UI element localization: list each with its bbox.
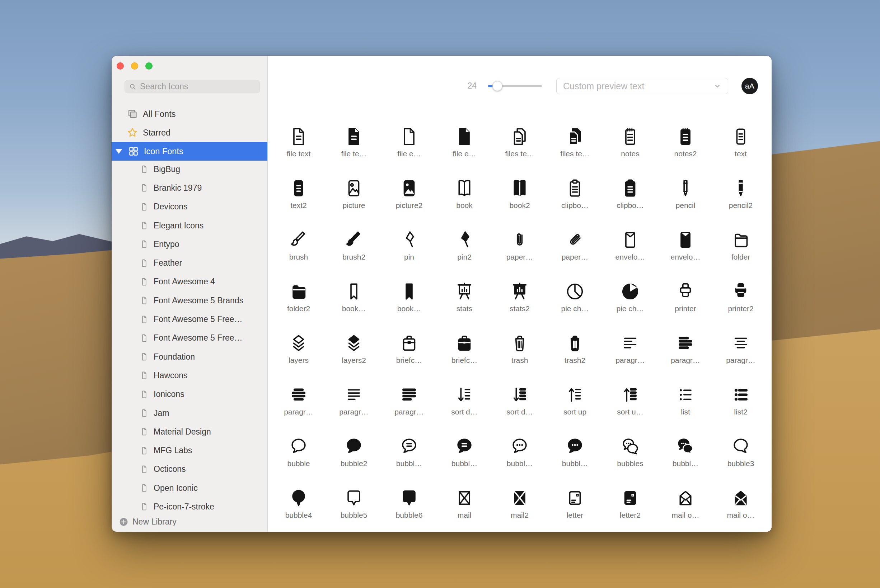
- icon-cell[interactable]: paragr…: [271, 370, 326, 422]
- icon-cell[interactable]: layers2: [326, 318, 382, 370]
- sidebar-library-item[interactable]: Jam: [111, 404, 267, 422]
- icon-cell[interactable]: mail: [437, 473, 492, 525]
- sidebar-library-item[interactable]: Font Awesome 5 Free…: [111, 329, 267, 347]
- icon-cell[interactable]: stats2: [492, 267, 547, 318]
- icon-cell[interactable]: file e…: [437, 112, 492, 164]
- sidebar-library-item[interactable]: Font Awesome 5 Brands: [111, 291, 267, 310]
- icon-cell[interactable]: paragr…: [382, 370, 437, 422]
- icon-cell[interactable]: envelo…: [603, 215, 658, 267]
- search-input[interactable]: Search Icons: [125, 80, 260, 93]
- icon-cell[interactable]: brush2: [326, 215, 382, 267]
- icon-cell[interactable]: clipbo…: [603, 164, 658, 215]
- icon-cell[interactable]: bubble4: [271, 473, 326, 525]
- icon-cell[interactable]: paper…: [547, 215, 603, 267]
- icon-cell[interactable]: pencil: [658, 164, 713, 215]
- icon-cell[interactable]: paragr…: [603, 318, 658, 370]
- close-button[interactable]: [117, 62, 124, 69]
- icon-cell[interactable]: bubbl…: [492, 422, 547, 473]
- icon-cell[interactable]: sort d…: [437, 370, 492, 422]
- icon-cell[interactable]: mail o…: [713, 473, 769, 525]
- sidebar-library-item[interactable]: Font Awesome 4: [111, 273, 267, 291]
- account-avatar[interactable]: aA: [742, 78, 758, 94]
- icon-cell[interactable]: sort u…: [603, 370, 658, 422]
- icon-cell[interactable]: paragr…: [326, 370, 382, 422]
- sidebar-library-item[interactable]: Elegant Icons: [111, 216, 267, 235]
- icon-cell[interactable]: pie ch…: [547, 267, 603, 318]
- size-slider-thumb[interactable]: [492, 81, 502, 91]
- icon-cell[interactable]: pencil2: [713, 164, 769, 215]
- icon-cell[interactable]: files te…: [547, 112, 603, 164]
- disclosure-triangle-icon[interactable]: [116, 149, 122, 154]
- icon-cell[interactable]: list2: [713, 370, 769, 422]
- icon-cell[interactable]: book…: [326, 267, 382, 318]
- sidebar-library-item[interactable]: Brankic 1979: [111, 178, 267, 197]
- icon-cell[interactable]: text: [713, 112, 769, 164]
- sidebar-library-item[interactable]: Material Design: [111, 422, 267, 441]
- sidebar-library-item[interactable]: Open Iconic: [111, 478, 267, 497]
- icon-cell[interactable]: folder: [713, 215, 769, 267]
- icon-cell[interactable]: envelo…: [658, 215, 713, 267]
- sidebar-library-item[interactable]: Entypo: [111, 235, 267, 254]
- icon-cell[interactable]: paragr…: [658, 318, 713, 370]
- sidebar-item-starred[interactable]: Starred: [111, 123, 267, 142]
- icon-cell[interactable]: briefc…: [437, 318, 492, 370]
- icon-cell[interactable]: printer2: [713, 267, 769, 318]
- icon-cell[interactable]: bubbl…: [382, 422, 437, 473]
- icon-cell[interactable]: text2: [271, 164, 326, 215]
- icon-cell[interactable]: trash2: [547, 318, 603, 370]
- sidebar-library-item[interactable]: MFG Labs: [111, 441, 267, 460]
- icon-cell[interactable]: trash: [492, 318, 547, 370]
- icon-cell[interactable]: files te…: [492, 112, 547, 164]
- icon-cell[interactable]: bubbles: [603, 422, 658, 473]
- icon-cell[interactable]: file te…: [326, 112, 382, 164]
- icon-cell[interactable]: file e…: [382, 112, 437, 164]
- icon-cell[interactable]: sort up: [547, 370, 603, 422]
- size-slider[interactable]: [488, 85, 542, 87]
- icon-cell[interactable]: paper…: [492, 215, 547, 267]
- icon-cell[interactable]: bubble2: [326, 422, 382, 473]
- icon-cell[interactable]: bubble: [271, 422, 326, 473]
- icon-cell[interactable]: book: [437, 164, 492, 215]
- sidebar-library-item[interactable]: Pe-icon-7-stroke: [111, 497, 267, 516]
- icon-cell[interactable]: book…: [382, 267, 437, 318]
- icon-cell[interactable]: paragr…: [713, 318, 769, 370]
- sidebar-library-item[interactable]: Ionicons: [111, 385, 267, 404]
- zoom-button[interactable]: [145, 62, 152, 69]
- icon-cell[interactable]: stats: [437, 267, 492, 318]
- icon-cell[interactable]: bubbl…: [547, 422, 603, 473]
- icon-cell[interactable]: mail o…: [658, 473, 713, 525]
- icon-cell[interactable]: bubbl…: [437, 422, 492, 473]
- icon-cell[interactable]: folder2: [271, 267, 326, 318]
- icon-cell[interactable]: layers: [271, 318, 326, 370]
- icon-cell[interactable]: sort d…: [492, 370, 547, 422]
- icon-cell[interactable]: letter: [547, 473, 603, 525]
- icon-cell[interactable]: briefc…: [382, 318, 437, 370]
- sidebar-library-item[interactable]: Octicons: [111, 460, 267, 478]
- icon-cell[interactable]: pie ch…: [603, 267, 658, 318]
- icon-cell[interactable]: printer: [658, 267, 713, 318]
- sidebar-library-item[interactable]: Feather: [111, 254, 267, 272]
- icon-cell[interactable]: picture: [326, 164, 382, 215]
- sidebar-library-item[interactable]: Foundation: [111, 347, 267, 366]
- icon-cell[interactable]: clipbo…: [547, 164, 603, 215]
- icon-cell[interactable]: brush: [271, 215, 326, 267]
- icon-cell[interactable]: pin2: [437, 215, 492, 267]
- icon-cell[interactable]: notes: [603, 112, 658, 164]
- sidebar-library-item[interactable]: BigBug: [111, 160, 267, 178]
- icon-cell[interactable]: notes2: [658, 112, 713, 164]
- icon-cell[interactable]: pin: [382, 215, 437, 267]
- minimize-button[interactable]: [131, 62, 138, 69]
- icon-cell[interactable]: mail2: [492, 473, 547, 525]
- icon-cell[interactable]: picture2: [382, 164, 437, 215]
- sidebar-item-icon-fonts[interactable]: Icon Fonts: [111, 142, 267, 160]
- icon-cell[interactable]: letter2: [603, 473, 658, 525]
- icon-cell[interactable]: bubble6: [382, 473, 437, 525]
- icon-cell[interactable]: bubble3: [713, 422, 769, 473]
- icon-cell[interactable]: bubble5: [326, 473, 382, 525]
- sidebar-item-all-fonts[interactable]: All Fonts: [111, 105, 267, 123]
- new-library-button[interactable]: New Library: [119, 517, 177, 527]
- icon-cell[interactable]: file text: [271, 112, 326, 164]
- icon-cell[interactable]: bubbl…: [658, 422, 713, 473]
- preview-text-dropdown[interactable]: Custom preview text: [556, 78, 728, 94]
- sidebar-library-item[interactable]: Font Awesome 5 Free…: [111, 310, 267, 328]
